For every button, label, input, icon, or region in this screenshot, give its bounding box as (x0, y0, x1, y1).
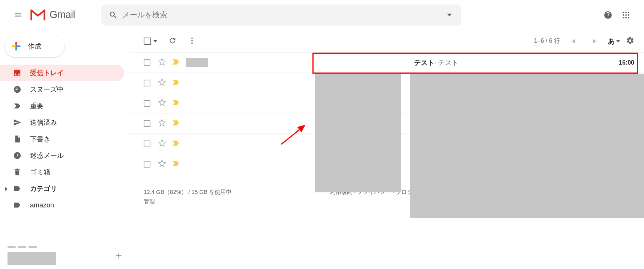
apps-grid-icon[interactable] (617, 6, 635, 24)
help-icon[interactable] (599, 6, 617, 24)
prev-page-button[interactable] (566, 34, 581, 49)
importance-marker-icon[interactable] (172, 160, 180, 168)
next-page-button[interactable] (587, 34, 602, 49)
importance-marker-icon[interactable] (172, 140, 180, 148)
sidebar-item-label: ゴミ箱 (30, 168, 50, 177)
sidebar-item-label: amazon (30, 201, 54, 209)
importance-marker-icon[interactable] (172, 99, 180, 107)
toolbar: 1–6 / 6 行 あ (129, 30, 644, 53)
importance-marker-icon[interactable] (172, 59, 180, 67)
main-menu-button[interactable] (9, 6, 27, 24)
sidebar-item-label: 迷惑メール (30, 151, 64, 160)
settings-button[interactable] (626, 36, 634, 46)
svg-point-8 (625, 17, 627, 18)
compose-button[interactable]: 作成 (5, 35, 65, 57)
label-icon (13, 184, 22, 193)
sidebar-item-label: 下書き (30, 134, 50, 144)
sidebar-item-inbox[interactable]: 受信トレイ (0, 65, 124, 81)
svg-point-3 (628, 12, 629, 13)
svg-point-2 (625, 12, 627, 13)
main-content: 1–6 / 6 行 あ (129, 30, 644, 269)
hangouts-placeholder (8, 252, 56, 265)
svg-point-1 (623, 12, 624, 13)
storage-manage-link[interactable]: 管理 (144, 198, 155, 204)
expand-icon (5, 185, 11, 193)
star-icon[interactable] (158, 159, 166, 169)
svg-point-4 (623, 14, 624, 16)
sidebar-item-snoozed[interactable]: スヌーズ中 (0, 81, 124, 98)
mail-list: テスト - テスト 16:00 14:43 2月5日 2月4日 2月4日 2月3… (129, 53, 644, 174)
star-icon[interactable] (158, 119, 166, 128)
sidebar-item-label: 重要 (30, 101, 44, 110)
important-icon (13, 101, 22, 110)
sidebar-item-amazon[interactable]: amazon (0, 197, 124, 213)
sidebar-footer: + (0, 242, 129, 269)
search-input[interactable] (122, 11, 440, 19)
sidebar-item-drafts[interactable]: 下書き (0, 131, 124, 147)
compose-label: 作成 (28, 42, 41, 51)
sidebar-item-label: 送信済み (30, 118, 57, 127)
sidebar-item-important[interactable]: 重要 (0, 98, 124, 114)
mail-content: テスト - テスト (272, 58, 600, 67)
sidebar-item-label: スヌーズ中 (30, 85, 64, 94)
star-icon[interactable] (158, 98, 166, 108)
sidebar-item-sent[interactable]: 送信済み (0, 114, 124, 131)
storage-usage-label: 12.4 GB（82%） / 15 GB を使用中 (144, 189, 307, 196)
mail-row[interactable]: テスト - テスト 16:00 (129, 53, 644, 73)
mail-sender (186, 58, 272, 67)
new-chat-button[interactable]: + (116, 250, 122, 262)
svg-point-6 (628, 14, 629, 16)
svg-point-5 (625, 14, 627, 16)
svg-point-15 (191, 40, 193, 41)
row-checkbox[interactable] (144, 141, 150, 147)
svg-point-16 (191, 42, 193, 44)
more-actions-button[interactable] (188, 36, 196, 46)
search-options-dropdown[interactable] (440, 13, 458, 17)
sidebar-item-spam[interactable]: 迷惑メール (0, 147, 124, 164)
sidebar-nav: 受信トレイ スヌーズ中 重要 送信済み 下書き 迷惑メール (0, 65, 129, 213)
sidebar-item-label: 受信トレイ (30, 68, 64, 77)
search-icon[interactable] (104, 6, 122, 24)
input-method-toggle[interactable]: あ (608, 37, 620, 46)
row-checkbox[interactable] (144, 59, 150, 66)
star-icon[interactable] (158, 139, 166, 149)
row-checkbox[interactable] (144, 80, 150, 86)
spam-icon (13, 151, 22, 160)
refresh-button[interactable] (168, 36, 177, 46)
sent-icon (13, 118, 22, 127)
svg-point-7 (623, 17, 624, 18)
search-bar (101, 5, 461, 26)
importance-marker-icon[interactable] (172, 79, 180, 87)
redaction-block (410, 74, 644, 218)
clock-icon (13, 85, 22, 94)
gmail-logo[interactable]: Gmail (30, 9, 75, 21)
importance-marker-icon[interactable] (172, 119, 180, 128)
sidebar-item-categories[interactable]: カテゴリ (0, 180, 124, 197)
select-all-checkbox[interactable] (144, 38, 157, 45)
star-icon[interactable] (158, 78, 166, 88)
mail-date: 16:00 (600, 59, 634, 66)
row-checkbox[interactable] (144, 100, 150, 107)
sidebar-item-trash[interactable]: ゴミ箱 (0, 164, 124, 180)
label-icon (13, 201, 22, 210)
svg-point-14 (191, 37, 193, 39)
row-checkbox[interactable] (144, 120, 150, 127)
draft-icon (13, 134, 22, 144)
trash-icon (13, 168, 22, 177)
star-icon[interactable] (158, 58, 166, 68)
inbox-icon (13, 68, 22, 77)
svg-point-9 (628, 17, 629, 18)
pagination-label: 1–6 / 6 行 (534, 37, 560, 45)
sidebar: 作成 受信トレイ スヌーズ中 重要 送信済み 下書き (0, 30, 129, 269)
redaction-block (315, 74, 401, 192)
row-checkbox[interactable] (144, 161, 150, 168)
sidebar-item-label: カテゴリ (30, 184, 57, 193)
product-name-label: Gmail (50, 9, 75, 21)
